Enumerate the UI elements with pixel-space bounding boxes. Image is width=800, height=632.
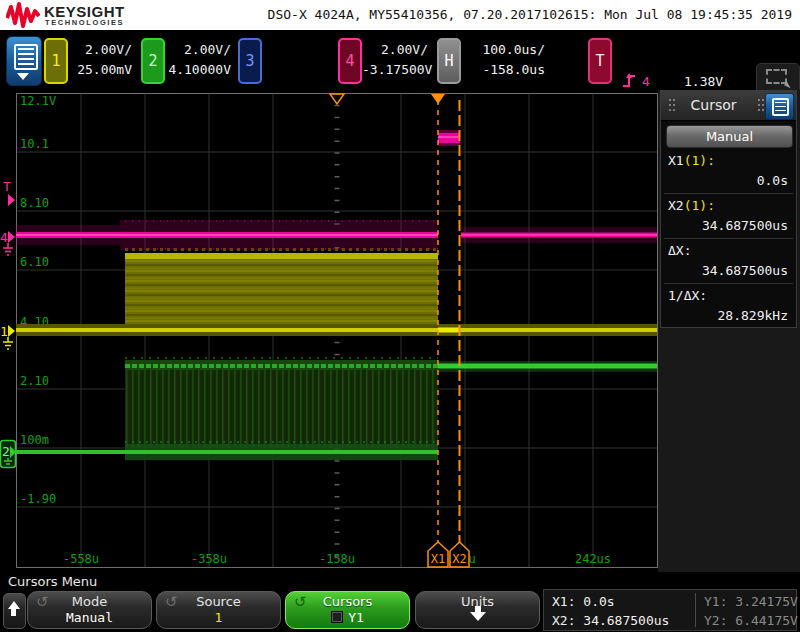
dx-row-label: ΔX: — [668, 243, 691, 258]
t-label: -158u — [319, 552, 355, 566]
readout-x1: X1: 0.0s — [552, 592, 615, 611]
ch4-marker-label: 4 — [0, 230, 8, 245]
softkey-units[interactable]: Units — [415, 591, 540, 629]
rect-select-button[interactable] — [756, 63, 800, 91]
softkey-mode[interactable]: ↺ Mode Manual — [27, 591, 152, 629]
v-label: 6.10 — [20, 255, 49, 269]
waveform-display: 12.1V 10.1 8.10 6.10 4.10 2.10 100m -1.9… — [0, 90, 658, 572]
oscilloscope-screen: KEYSIGHT TECHNOLOGIES DSO-X 4024A, MY554… — [0, 0, 800, 632]
cursor-panel-header[interactable]: Cursor — [661, 91, 796, 121]
trigger-source: 4 — [642, 74, 650, 89]
trigger-level: 1.38V — [684, 74, 723, 89]
channel4-badge[interactable]: 4 — [338, 38, 362, 84]
readout-divider — [695, 593, 696, 627]
v-label: 10.1 — [20, 137, 49, 151]
cursor-panel: Cursor Manual X1(1): 0.0s X2(1): 34.6875… — [660, 90, 797, 328]
horizontal-scale: 100.0us/ — [482, 42, 545, 57]
x2-label: X2 — [668, 198, 684, 213]
softkey-cursors[interactable]: ↺ Cursors Y1 — [285, 591, 410, 629]
menu-title: Cursors Menu — [8, 574, 97, 589]
channel3-badge[interactable]: 3 — [238, 38, 262, 84]
readout-y2: Y2: 6.44175V — [704, 611, 798, 630]
readout-y1: Y1: 3.24175V — [704, 592, 798, 611]
cursor-panel-menu-button[interactable] — [765, 93, 794, 120]
brand-subtitle: TECHNOLOGIES — [45, 18, 124, 27]
x1-row-value: 0.0s — [757, 173, 788, 188]
divider — [664, 283, 793, 284]
ch2-marker-label: 2 — [2, 444, 10, 459]
v-label: 2.10 — [20, 374, 49, 388]
x2-row-label: X2(1): — [668, 198, 715, 213]
down-arrow-icon — [470, 612, 486, 621]
softkey-cursors-label: Cursors — [286, 594, 409, 609]
drag-grip-icon — [758, 99, 760, 101]
softkey-cursors-value: Y1 — [286, 610, 409, 625]
readout-x2: X2: 34.687500us — [552, 611, 669, 630]
x1-source: (1): — [684, 153, 715, 168]
t-label: 242us — [575, 552, 611, 566]
channel2-position-marker[interactable]: 2 — [1, 441, 17, 468]
x2-flag-label: X2 — [452, 552, 466, 566]
softkey-menu-bar: Cursors Menu ↺ Mode Manual ↺ Source 1 ↺ … — [0, 572, 800, 632]
chevron-down-icon — [17, 73, 29, 80]
cursor-readout-panel: X1: 0.0s X2: 34.687500us Y1: 3.24175V Y2… — [543, 589, 797, 631]
softkey-cursors-selection: Y1 — [348, 610, 364, 625]
x1-label: X1 — [668, 153, 684, 168]
softkey-source[interactable]: ↺ Source 1 — [156, 591, 281, 629]
v-label: -1.90 — [20, 492, 56, 506]
dx-row-value: 34.687500us — [702, 263, 788, 278]
settings-bar: 1 2.00V/25.00mV 2 2.00V/4.10000V 3 4 2.0… — [0, 30, 800, 90]
divider — [664, 193, 793, 194]
channel1-scale: 2.00V/ — [85, 42, 132, 57]
horizontal-values[interactable]: 100.0us/-158.0us — [461, 40, 545, 80]
horizontal-delay: -158.0us — [482, 62, 545, 77]
trigger-marker-label: T — [3, 179, 11, 194]
channel4-offset: -3.17500V — [362, 62, 432, 77]
checkbox-icon — [331, 611, 343, 623]
sidebar: Cursor Manual X1(1): 0.0s X2(1): 34.6875… — [658, 90, 800, 572]
t-label: -558u — [63, 552, 99, 566]
softkey-source-label: Source — [157, 594, 280, 609]
invdx-row-value: 28.829kHz — [718, 308, 788, 323]
main-menu-button[interactable] — [6, 36, 42, 86]
ch1-marker-label: 1 — [0, 324, 8, 339]
channel1-values[interactable]: 2.00V/25.00mV — [68, 40, 132, 80]
channel1-badge[interactable]: 1 — [44, 38, 68, 84]
channel2-badge[interactable]: 2 — [141, 38, 165, 84]
divider — [664, 238, 793, 239]
trigger-badge[interactable]: T — [588, 38, 612, 84]
model-serial-datetime: DSO-X 4024A, MY55410356, 07.20.201710261… — [268, 7, 792, 22]
cursor-panel-title: Cursor — [661, 97, 766, 113]
rising-edge-icon — [622, 71, 637, 89]
horizontal-badge[interactable]: H — [437, 38, 461, 84]
channel4-scale: 2.00V/ — [381, 42, 428, 57]
x2-source: (1): — [684, 198, 715, 213]
v-label: 12.1V — [20, 94, 56, 108]
up-arrow-stem — [11, 608, 16, 616]
x1-row-label: X1(1): — [668, 153, 715, 168]
channel2-offset: 4.10000V — [168, 62, 231, 77]
channel4-values[interactable]: 2.00V/-3.17500V — [362, 40, 428, 80]
v-label: 8.10 — [20, 196, 49, 210]
softkey-mode-label: Mode — [28, 594, 151, 609]
x1-flag-label: X1 — [431, 552, 445, 566]
menu-back-button[interactable] — [3, 593, 26, 629]
v-label: 100m — [20, 433, 49, 447]
channel2-values[interactable]: 2.00V/4.10000V — [165, 40, 231, 80]
menu-list-icon — [772, 98, 789, 116]
channel2-scale: 2.00V/ — [184, 42, 231, 57]
cursor-mode-button[interactable]: Manual — [666, 125, 793, 148]
invdx-row-label: 1/ΔX: — [668, 288, 707, 303]
dashed-rectangle-icon — [766, 69, 787, 84]
pointer-arrow-icon — [784, 81, 792, 88]
keysight-logo-icon — [6, 2, 40, 28]
channel1-offset: 25.00mV — [77, 62, 132, 77]
hamburger-icon — [14, 44, 38, 70]
x2-row-value: 34.687500us — [702, 218, 788, 233]
softkey-mode-value: Manual — [28, 610, 151, 625]
t-label: -358u — [191, 552, 227, 566]
titlebar: KEYSIGHT TECHNOLOGIES DSO-X 4024A, MY554… — [0, 0, 800, 30]
softkey-source-value: 1 — [157, 610, 280, 625]
